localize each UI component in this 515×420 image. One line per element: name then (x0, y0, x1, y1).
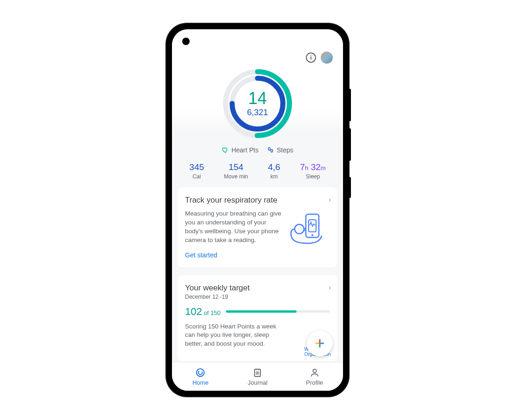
steps-value: 6,321 (247, 108, 268, 118)
stat-move-value: 154 (224, 162, 248, 172)
scroll-area[interactable]: i 14 6,321 (172, 29, 343, 362)
journal-icon (252, 368, 263, 378)
legend-steps-label: Steps (277, 146, 293, 154)
phone-frame: i 14 6,321 (166, 24, 349, 396)
heart-points-value: 14 (248, 90, 267, 107)
target-score: 102 of 150 (185, 306, 220, 318)
svg-rect-9 (319, 339, 321, 343)
card-target-text: Scoring 150 Heart Points a week can help… (185, 322, 287, 349)
topbar: i (178, 29, 337, 66)
metric-legend: Heart Pts Steps (178, 146, 337, 154)
svg-point-7 (295, 224, 304, 234)
stat-calories[interactable]: 345 Cal (189, 162, 204, 180)
stat-sleep-value: 7h 32m (300, 162, 326, 172)
svg-rect-11 (319, 344, 321, 348)
fab-add-button[interactable] (307, 330, 333, 356)
card-respiratory-text: Measuring your breathing can give you an… (185, 210, 284, 245)
stat-sleep-label: Sleep (300, 173, 326, 180)
card-target-subtitle: December 12 -19 (185, 294, 330, 300)
stat-move-label: Move min (224, 173, 248, 180)
profile-icon (310, 368, 320, 378)
stat-cal-value: 345 (189, 162, 204, 172)
stat-sleep[interactable]: 7h 32m Sleep (300, 162, 326, 180)
stat-km[interactable]: 4,6 km (268, 162, 280, 180)
target-progress-bar (226, 310, 330, 313)
stat-km-label: km (268, 173, 280, 180)
plus-icon (314, 338, 325, 349)
svg-point-6 (311, 234, 313, 236)
home-icon (195, 368, 205, 378)
nav-profile-label: Profile (306, 379, 323, 386)
stat-km-value: 4,6 (268, 162, 280, 172)
get-started-link[interactable]: Get started (185, 251, 217, 259)
svg-point-14 (197, 368, 205, 376)
svg-point-17 (313, 369, 316, 372)
legend-heart-label: Heart Pts (231, 146, 258, 154)
info-icon[interactable]: i (306, 52, 316, 63)
bottom-navbar: Home Journal Profile (172, 362, 343, 391)
screen: i 14 6,321 (172, 29, 343, 391)
activity-ring[interactable]: 14 6,321 (221, 67, 294, 140)
nav-profile[interactable]: Profile (286, 362, 343, 391)
steps-icon (267, 146, 274, 154)
svg-rect-12 (316, 343, 319, 344)
volume-up-button (349, 89, 351, 121)
respiratory-illustration (288, 210, 330, 247)
nav-home[interactable]: Home (172, 362, 229, 391)
nav-home-label: Home (192, 379, 209, 386)
svg-point-15 (198, 370, 203, 375)
camera-hole (182, 38, 190, 45)
nav-journal-label: Journal (248, 379, 268, 386)
stat-cal-label: Cal (189, 173, 204, 180)
legend-heart-pts[interactable]: Heart Pts (222, 146, 258, 154)
avatar[interactable] (321, 52, 333, 64)
svg-rect-16 (255, 369, 261, 376)
card-target-title: Your weekly target (185, 283, 330, 293)
stats-row: 345 Cal 154 Move min 4,6 km 7h 32m (178, 162, 337, 180)
power-button (349, 177, 351, 198)
chevron-right-icon: › (329, 196, 331, 204)
chevron-right-icon: › (329, 283, 331, 292)
legend-steps[interactable]: Steps (267, 146, 293, 154)
nav-journal[interactable]: Journal (229, 362, 286, 391)
heart-icon (222, 146, 229, 154)
volume-down-button (349, 128, 351, 161)
stat-move-min[interactable]: 154 Move min (224, 162, 248, 180)
card-respiratory[interactable]: Track your respiratory rate › Measuring … (178, 187, 337, 268)
svg-rect-10 (320, 343, 324, 344)
svg-rect-13 (319, 343, 321, 344)
card-respiratory-title: Track your respiratory rate (185, 196, 330, 205)
